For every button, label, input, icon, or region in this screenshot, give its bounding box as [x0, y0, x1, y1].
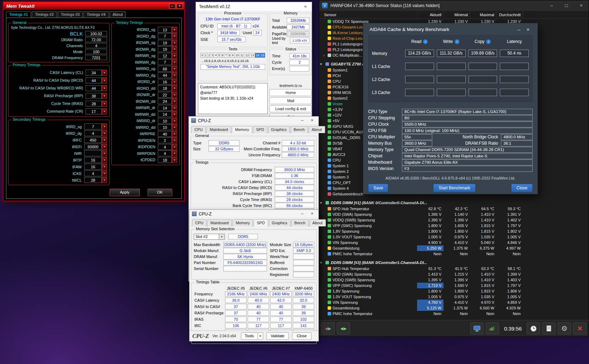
cpuz-tab[interactable]: Bench	[291, 126, 308, 133]
sensor-row[interactable]: › VDDQ (SWB) Spannung 1.395 V 1.395 V 1.…	[319, 217, 589, 223]
dropdown-arrow-icon[interactable]: ▼	[102, 177, 107, 183]
column-header[interactable]: Durchschnitt	[496, 11, 523, 19]
cpuz-tab[interactable]: SPD	[254, 219, 268, 226]
timing-combo[interactable]: 7 ▼	[158, 33, 177, 39]
testmem5-titlebar[interactable]: TestMem5 v0.12 ×	[196, 2, 312, 11]
dropdown-arrow-icon[interactable]: ▼	[172, 79, 177, 85]
sensor-row[interactable]: › Gesamtleistung 5.250 W 1.375 W 6.375 W…	[319, 245, 589, 251]
sensor-row[interactable]: › Gesamtleistung 5.125 W 1.375 W 6.500 W…	[319, 305, 589, 311]
cpuz-tab[interactable]: Mainboard	[207, 219, 232, 226]
maximize-button[interactable]: □	[559, 0, 574, 11]
sensor-row[interactable]: › VPP (SWC) Spannung 1.710 V 1.590 V 1.8…	[319, 283, 589, 288]
memtweakit-tab[interactable]: Timings #4	[83, 11, 108, 18]
dropdown-arrow-icon[interactable]: ▼	[102, 150, 107, 156]
dropdown-arrow-icon[interactable]: ▼	[172, 40, 177, 46]
cpuz-tab[interactable]: Graphics	[269, 219, 291, 226]
close-button[interactable]: ×	[176, 4, 183, 9]
cpuz-tab[interactable]: CPU	[191, 126, 206, 133]
dropdown-arrow-icon[interactable]: ▼	[102, 70, 107, 76]
sensor-row[interactable]: › 1,8V Spannung 1.800 V 1.800 V 1.815 V …	[319, 288, 589, 294]
timing-combo[interactable]: 44 ▼	[86, 77, 107, 83]
sensor-row[interactable]: › 1.0V VOUT Spannung 1.005 V 0.975 V 1.0…	[319, 294, 589, 300]
timing-combo[interactable]: 24 ▼	[158, 98, 177, 104]
dropdown-arrow-icon[interactable]: ▼	[102, 164, 107, 170]
sensor-row[interactable]: › SPD Hub Temperatur 62.8 °C 42.3 °C 64.…	[319, 206, 589, 212]
timing-combo[interactable]: 44 ▼	[158, 72, 177, 78]
dropdown-arrow-icon[interactable]: ▼	[172, 98, 177, 104]
timing-combo[interactable]: 13 ▼	[158, 27, 177, 33]
cpuz-tab[interactable]: Memory	[232, 126, 252, 133]
cpuz-titlebar[interactable]: CPU-Z – ×	[190, 210, 318, 218]
timing-combo[interactable]: 22 ▼	[158, 92, 177, 98]
sensor-row[interactable]: › VIN Spannung 4.900 V 4.410 V 5.040 V 4…	[319, 240, 589, 245]
sensors-prev-button[interactable]: ◀ ▶	[321, 322, 335, 334]
clock-button[interactable]	[527, 322, 540, 334]
sensor-row[interactable]: › VDD (SWA) Spannung 1.410 V 1.215 V 1.4…	[319, 271, 589, 277]
timing-combo[interactable]: 1T ▼	[86, 108, 107, 114]
dropdown-arrow-icon[interactable]: ▼	[102, 170, 107, 176]
ok-button[interactable]: OK	[148, 189, 172, 196]
dropdown-arrow-icon[interactable]: ▼	[172, 53, 177, 59]
apply-button[interactable]: Apply	[110, 189, 140, 196]
dropdown-arrow-icon[interactable]: ▼	[172, 131, 177, 137]
timing-combo[interactable]: 16 ▼	[158, 79, 177, 85]
dropdown-arrow-icon[interactable]: ▼	[172, 72, 177, 78]
dropdown-arrow-icon[interactable]: ▼	[102, 130, 107, 136]
timing-combo[interactable]: 28 ▼	[86, 101, 107, 107]
website-link[interactable]: testmem.tz.ru	[269, 83, 312, 88]
dropdown-arrow-icon[interactable]: ▼	[102, 85, 107, 91]
timing-combo[interactable]: 68 ▼	[158, 66, 177, 72]
monitoring-button[interactable]	[470, 322, 484, 334]
load-config-button[interactable]: Load config & exit	[269, 105, 312, 112]
sensor-row[interactable]: › 1,8V Spannung 1.800 V 1.800 V 1.815 V …	[319, 228, 589, 234]
slot-select[interactable]: Slot #2 ▾	[194, 234, 225, 240]
timing-combo[interactable]: 28 ▼	[84, 177, 107, 183]
close-button[interactable]: ×	[299, 2, 312, 11]
timing-combo[interactable]: 18 ▼	[158, 157, 177, 163]
cpuz-tab[interactable]: Graphics	[268, 126, 290, 133]
column-header[interactable]: Aktuell	[417, 11, 444, 19]
collapse-chevron-icon[interactable]: ▾	[320, 261, 324, 264]
expand-chevron-icon[interactable]: ›	[323, 54, 326, 57]
dropdown-arrow-icon[interactable]: ▼	[172, 105, 177, 111]
cpuz-tab[interactable]: About	[309, 219, 326, 226]
info-icon[interactable]: i	[455, 39, 459, 44]
dropdown-arrow-icon[interactable]: ▼	[102, 101, 107, 107]
cpuz-tab[interactable]: SPD	[253, 126, 267, 133]
dropdown-arrow-icon[interactable]: ▼	[102, 108, 107, 114]
dimm1-sensor-section[interactable]: ▾ DDR5 DIMM [#1] (BANK 0/Controller0-Cha…	[319, 200, 589, 206]
close-sensors-button[interactable]: ×	[573, 322, 587, 334]
aida-close-button[interactable]: Close	[511, 184, 533, 192]
aida64-titlebar[interactable]: AIDA64 Cache & Memory Benchmark – ×	[363, 23, 538, 35]
dropdown-arrow-icon[interactable]: ▼	[172, 33, 177, 39]
timing-combo[interactable]: 19 ▼	[158, 40, 177, 46]
timing-combo[interactable]: 12 ▼	[158, 53, 177, 59]
timing-combo[interactable]: 7 ▼	[84, 124, 107, 130]
sensor-row[interactable]: › PMIC hohe Temperatur Nein Nein Nein Ne…	[319, 311, 589, 316]
timing-combo[interactable]: 2 ▼	[158, 137, 177, 143]
column-header[interactable]: Maximal	[470, 11, 496, 19]
validate-button[interactable]: Validate	[266, 332, 289, 340]
timing-combo[interactable]: 19 ▼	[158, 46, 177, 52]
graph-button[interactable]	[486, 322, 499, 334]
dropdown-arrow-icon[interactable]: ▼	[102, 77, 107, 83]
memtweakit-tab[interactable]: About	[110, 11, 126, 18]
dropdown-arrow-icon[interactable]: ▼	[172, 150, 177, 156]
timing-combo[interactable]: 40 ▼	[158, 131, 177, 137]
timing-combo[interactable]: 44 ▼	[86, 85, 107, 91]
timing-combo[interactable]: 10 ▼	[158, 124, 177, 130]
cpuz-tab[interactable]: CPU	[192, 219, 206, 226]
save-button[interactable]: Save	[368, 184, 388, 192]
dropdown-arrow-icon[interactable]: ▼	[102, 124, 107, 130]
close-button[interactable]: ×	[307, 210, 317, 218]
dropdown-arrow-icon[interactable]: ▼	[172, 59, 177, 65]
sensor-row[interactable]: › SPD Hub Temperatur 61.3 °C 41.5 °C 63.…	[319, 266, 589, 271]
cpuz-titlebar[interactable]: CPU-Z – ×	[189, 117, 318, 125]
home-button[interactable]: Home	[269, 89, 312, 96]
timing-combo[interactable]: 16 ▼	[84, 157, 107, 163]
mail-button[interactable]: Mail	[269, 97, 312, 104]
dropdown-arrow-icon[interactable]: ▼	[172, 46, 177, 52]
log-box[interactable]: Customize: ABSOLUT(01102021) @anta777 St…	[198, 83, 268, 114]
info-icon[interactable]: i	[486, 39, 491, 44]
sensor-row[interactable]: › VDDQ (SWB) Spannung 1.395 V 1.395 V 1.…	[319, 277, 589, 283]
